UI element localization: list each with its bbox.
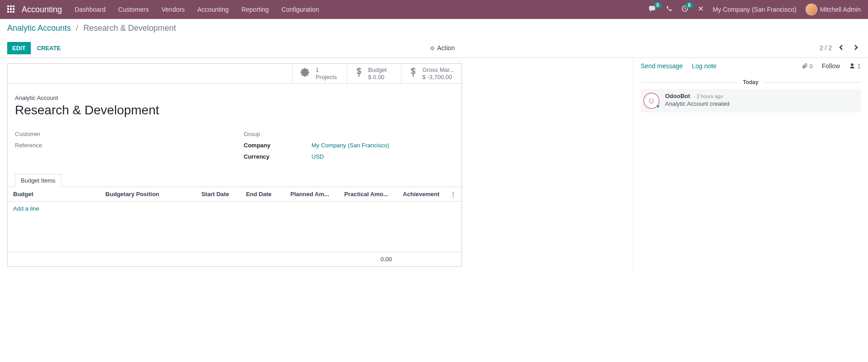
msg-author[interactable]: OdooBot (665, 93, 690, 99)
pager-prev[interactable] (836, 42, 846, 54)
stat-projects[interactable]: 1Projects (292, 64, 347, 83)
menu-configuration[interactable]: Configuration (282, 6, 319, 13)
gear-icon: ⚙ (430, 45, 435, 52)
field-currency-label: Currency (244, 153, 311, 160)
edit-button[interactable]: Edit (7, 42, 31, 54)
breadcrumb: Analytic Accounts / Research & Developme… (7, 24, 861, 33)
add-line-link[interactable]: Add a line (13, 205, 39, 212)
menu-accounting[interactable]: Accounting (198, 6, 229, 13)
company-switcher[interactable]: My Company (San Francisco) (713, 6, 797, 13)
record-title: Research & Development (15, 103, 454, 118)
user-avatar (806, 4, 817, 15)
chatter: Send message Log note 0 Follow 1 Today ☺… (633, 58, 868, 272)
pager-text[interactable]: 2 / 2 (820, 44, 832, 52)
footer-total: 0.00 (339, 252, 397, 266)
clock-badge: 6 (686, 2, 693, 8)
follow-button[interactable]: Follow (822, 62, 840, 70)
phone-icon[interactable] (666, 5, 672, 14)
close-icon-nav[interactable] (698, 5, 704, 14)
create-button[interactable]: Create (33, 42, 65, 54)
field-customer-label: Customer (15, 131, 83, 137)
messages-icon[interactable]: 5 (649, 5, 657, 14)
budget-items-table: Budget Budgetary Position Start Date End… (8, 187, 462, 266)
clock-icon[interactable]: 6 (681, 5, 689, 14)
record-label: Analytic Account (15, 94, 454, 101)
app-name[interactable]: Accounting (22, 5, 62, 14)
user-menu[interactable]: Mitchell Admin (806, 4, 861, 15)
timeline-today: Today (737, 79, 764, 85)
control-panel: Analytic Accounts / Research & Developme… (0, 19, 868, 58)
menu-vendors[interactable]: Vendors (161, 6, 184, 13)
log-note-link[interactable]: Log note (692, 62, 717, 70)
stat-budget[interactable]: Budget$ 0.00 (347, 64, 401, 83)
user-name: Mitchell Admin (820, 6, 861, 13)
field-currency-value[interactable]: USD (311, 153, 324, 160)
col-planned[interactable]: Planned Am... (285, 187, 339, 202)
dollar-icon (354, 67, 363, 80)
tab-budget-items[interactable]: Budget Items (15, 174, 61, 187)
apps-icon[interactable] (7, 5, 15, 14)
breadcrumb-parent[interactable]: Analytic Accounts (7, 24, 71, 33)
puzzle-icon (300, 67, 311, 80)
col-position[interactable]: Budgetary Position (100, 187, 196, 202)
col-budget[interactable]: Budget (8, 187, 100, 202)
col-options-icon[interactable]: ⋮ (445, 187, 462, 202)
col-end[interactable]: End Date (241, 187, 285, 202)
field-company-label: Company (244, 142, 311, 149)
bot-avatar-icon: ☺♥ (643, 93, 660, 109)
col-achievement[interactable]: Achievement (397, 187, 445, 202)
msg-time: - 2 hours ago (693, 94, 723, 99)
stat-gross-margin[interactable]: Gross Mar...$ -3,700.00 (401, 64, 462, 83)
menu-reporting[interactable]: Reporting (241, 6, 269, 13)
field-group-label: Group (244, 131, 311, 137)
col-practical[interactable]: Practical Amo... (339, 187, 397, 202)
messages-badge: 5 (654, 2, 661, 8)
menu-dashboard[interactable]: Dashboard (75, 6, 106, 13)
main-menu: Dashboard Customers Vendors Accounting R… (75, 6, 319, 13)
pager-next[interactable] (851, 42, 861, 54)
menu-customers[interactable]: Customers (118, 6, 149, 13)
form-sheet: 1Projects Budget$ 0.00 Gross Mar...$ -3,… (7, 63, 462, 267)
msg-text: Analytic Account created (665, 100, 858, 107)
log-message: ☺♥ OdooBot - 2 hours ago Analytic Accoun… (641, 89, 861, 113)
field-company-value[interactable]: My Company (San Francisco) (311, 142, 389, 149)
main-navbar: Accounting Dashboard Customers Vendors A… (0, 0, 868, 19)
attachments-count[interactable]: 0 (802, 63, 813, 70)
breadcrumb-current: Research & Development (83, 24, 176, 33)
follower-count[interactable]: 1 (849, 62, 861, 70)
send-message-link[interactable]: Send message (641, 62, 683, 70)
col-start[interactable]: Start Date (196, 187, 241, 202)
action-dropdown[interactable]: ⚙ Action (430, 44, 455, 52)
dollar-icon (409, 67, 418, 80)
field-reference-label: Reference (15, 142, 83, 149)
